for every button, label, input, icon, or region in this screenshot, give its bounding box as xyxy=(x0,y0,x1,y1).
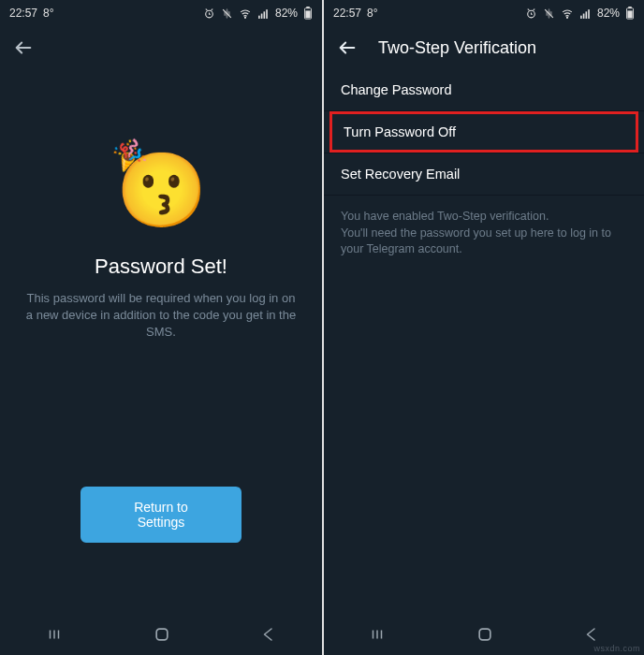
party-emoji-icon: 🎉 😗 xyxy=(116,153,207,226)
status-temp: 8° xyxy=(367,7,377,20)
wifi-icon xyxy=(561,7,574,20)
turn-password-off-item[interactable]: Turn Password Off xyxy=(329,111,638,153)
return-to-settings-button[interactable]: Return to Settings xyxy=(80,487,242,543)
battery-icon xyxy=(303,7,313,20)
signal-icon xyxy=(579,7,592,20)
toolbar xyxy=(0,26,322,69)
password-set-description: This password will be required when you … xyxy=(22,290,300,342)
status-time: 22:57 xyxy=(9,7,37,20)
nav-recents-button[interactable] xyxy=(45,626,64,643)
right-screen: 22:57 8° 82% Two-Step Verifica xyxy=(322,0,644,655)
change-password-item[interactable]: Change Password xyxy=(324,69,644,110)
set-recovery-email-item[interactable]: Set Recovery Email xyxy=(324,153,644,195)
svg-point-1 xyxy=(244,17,245,18)
battery-icon xyxy=(625,7,635,20)
status-bar: 22:57 8° 82% xyxy=(0,0,322,26)
page-title: Two-Step Verification xyxy=(378,38,536,58)
back-button[interactable] xyxy=(13,37,34,58)
mute-icon xyxy=(221,7,233,20)
mute-icon xyxy=(543,7,555,20)
svg-rect-5 xyxy=(266,9,268,19)
svg-point-14 xyxy=(566,17,567,18)
status-battery: 82% xyxy=(275,7,298,20)
status-time: 22:57 xyxy=(333,7,361,20)
status-temp: 8° xyxy=(43,7,53,20)
svg-rect-15 xyxy=(580,15,582,18)
svg-rect-7 xyxy=(305,10,310,18)
svg-rect-16 xyxy=(583,13,585,18)
svg-rect-20 xyxy=(627,10,632,18)
svg-rect-4 xyxy=(263,11,265,19)
svg-rect-18 xyxy=(588,9,590,19)
svg-rect-21 xyxy=(628,7,632,8)
wifi-icon xyxy=(239,7,252,20)
status-bar: 22:57 8° 82% xyxy=(324,0,644,26)
nav-home-button[interactable] xyxy=(153,625,171,644)
svg-rect-2 xyxy=(258,15,260,18)
left-screen: 22:57 8° 82% 🎉 xyxy=(0,0,322,655)
info-text: You have enabled Two-Step verification. … xyxy=(324,196,644,258)
signal-icon xyxy=(257,7,270,20)
nav-back-button[interactable] xyxy=(260,626,277,643)
svg-rect-25 xyxy=(479,629,490,640)
password-set-content: 🎉 😗 Password Set! This password will be … xyxy=(0,69,322,342)
back-button[interactable] xyxy=(337,37,358,58)
nav-recents-button[interactable] xyxy=(368,626,387,643)
svg-rect-8 xyxy=(306,7,310,8)
nav-back-button[interactable] xyxy=(583,626,600,643)
status-battery: 82% xyxy=(597,7,620,20)
svg-rect-17 xyxy=(585,11,587,19)
alarm-icon xyxy=(203,7,215,20)
watermark: wsxdn.com xyxy=(593,644,640,653)
svg-rect-12 xyxy=(156,629,168,640)
toolbar: Two-Step Verification xyxy=(324,26,644,69)
password-set-title: Password Set! xyxy=(95,255,227,279)
nav-bar xyxy=(0,614,322,655)
svg-rect-3 xyxy=(261,13,263,18)
party-hat-icon: 🎉 xyxy=(110,137,148,171)
nav-home-button[interactable] xyxy=(476,625,494,644)
alarm-icon xyxy=(525,7,537,20)
